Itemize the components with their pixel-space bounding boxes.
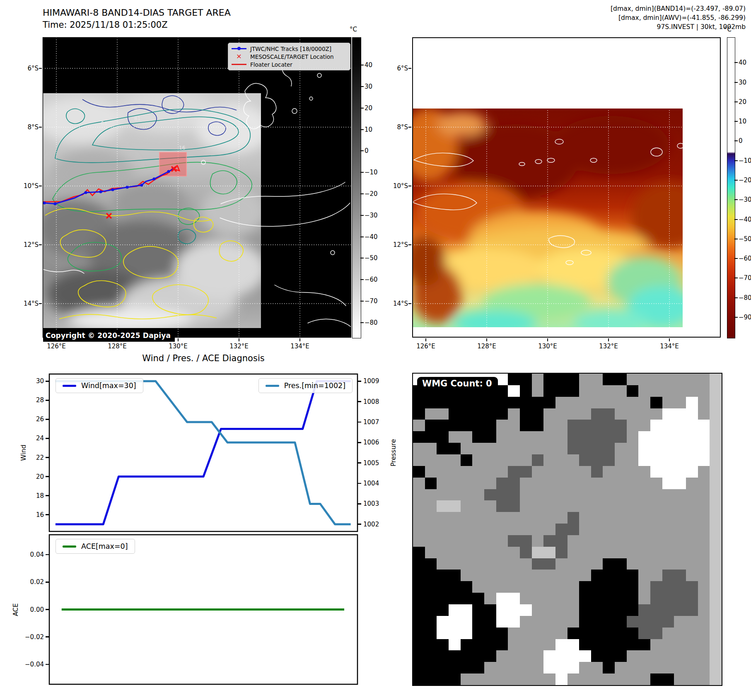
wmg-pixel	[686, 558, 698, 570]
wmg-pixel	[449, 662, 461, 673]
wmg-pixel	[567, 616, 580, 628]
wmg-pixel	[437, 466, 449, 478]
wmg-pixel	[532, 408, 544, 420]
wmg-pixel	[496, 628, 508, 639]
wmg-pixel	[496, 604, 508, 616]
awv-colorbar-tick-label: 20	[739, 98, 746, 106]
wmg-pixel	[520, 374, 532, 385]
wmg-pixel	[710, 581, 722, 593]
awv-lat-tick-label: 10°S	[393, 182, 408, 190]
wmg-pixel	[638, 628, 650, 639]
wmg-pixel	[520, 397, 532, 408]
wmg-pixel	[508, 604, 520, 616]
wmg-pixel	[437, 547, 449, 558]
wmg-pixel	[650, 397, 662, 408]
wmg-pixel	[532, 431, 544, 443]
wmg-pixel	[638, 558, 650, 570]
wmg-pixel	[555, 454, 567, 466]
wmg-pixel	[710, 593, 722, 604]
wmg-pixel	[472, 639, 484, 651]
awv-colorbar-tick-label: 10	[739, 118, 746, 125]
wmg-pixel	[698, 466, 710, 478]
wmg-pixel	[413, 558, 425, 570]
wmg-pixel	[437, 673, 449, 685]
wmg-pixel	[591, 408, 603, 420]
wmg-pixel	[543, 616, 555, 628]
wmg-pixel	[461, 500, 473, 512]
awv-colorbar-tick	[734, 219, 738, 220]
awv-lon-tick-label: 132°E	[599, 343, 618, 350]
wmg-pixel	[532, 397, 544, 408]
wmg-pixel	[650, 581, 662, 593]
wmg-pixel	[496, 489, 508, 501]
wmg-pixel	[449, 570, 461, 581]
wmg-pixel	[520, 431, 532, 443]
wmg-pixel	[650, 535, 662, 547]
wmg-pixel	[472, 616, 484, 628]
pressure-tick	[358, 483, 361, 484]
wmg-pixel	[698, 512, 710, 524]
wmg-pixel	[425, 454, 437, 466]
wmg-pixel	[615, 385, 627, 397]
wmg-pixel	[710, 420, 722, 431]
wmg-pixel	[472, 454, 484, 466]
wmg-pixel	[650, 454, 662, 466]
legend-swatch-icon	[63, 546, 76, 548]
wmg-pixel	[496, 397, 508, 408]
wmg-pixel	[650, 466, 662, 478]
awv-lat-tick-label: 6°S	[397, 65, 408, 72]
wmg-pixel	[686, 443, 698, 454]
band14-colorbar-tick	[360, 215, 364, 216]
wmg-pixel	[638, 478, 650, 489]
wmg-pixel	[674, 535, 686, 547]
wmg-pixel	[674, 604, 686, 616]
wmg-pixel	[520, 628, 532, 639]
wmg-pixel	[603, 639, 615, 651]
wmg-pixel	[543, 558, 555, 570]
awv-lat-tick-label: 8°S	[397, 123, 408, 131]
wmg-pixel	[449, 581, 461, 593]
wmg-pixel	[686, 466, 698, 478]
wmg-pixel	[662, 616, 674, 628]
wmg-pixel	[543, 650, 555, 662]
wmg-pixel	[496, 385, 508, 397]
wmg-pixel	[555, 570, 567, 581]
wmg-pixel	[461, 512, 473, 524]
band14-colorbar-tick-label: 20	[365, 104, 372, 112]
wmg-pixel	[650, 420, 662, 431]
wmg-pixel	[567, 466, 580, 478]
wmg-pixel	[567, 478, 580, 489]
wind-tick-label: 18	[36, 492, 44, 500]
band14-lat-tick	[39, 244, 42, 245]
wmg-pixel	[567, 593, 580, 604]
wmg-pixel	[627, 408, 639, 420]
wmg-pixel	[662, 570, 674, 581]
wmg-pixel	[710, 466, 722, 478]
band14-colorbar-tick	[360, 108, 364, 109]
wmg-pixel	[710, 639, 722, 651]
wmg-pixel	[449, 408, 461, 420]
band14-colorbar-tick	[360, 237, 364, 237]
wmg-pixel	[472, 628, 484, 639]
wmg-pixel	[674, 628, 686, 639]
band14-colorbar-tick	[360, 322, 364, 323]
wmg-pixel	[543, 547, 555, 558]
wmg-pixel	[449, 535, 461, 547]
wmg-pixel	[413, 628, 425, 639]
wmg-pixel	[472, 466, 484, 478]
wmg-pixel	[627, 385, 639, 397]
wmg-pixel	[520, 593, 532, 604]
wmg-pixel	[508, 408, 520, 420]
wmg-pixel	[686, 673, 698, 685]
wmg-pixel	[425, 558, 437, 570]
wmg-pixel	[591, 628, 603, 639]
wmg-pixel	[698, 593, 710, 604]
wmg-pixel	[425, 420, 437, 431]
wmg-pixel	[413, 547, 425, 558]
wmg-pixel	[461, 650, 473, 662]
wmg-pixel	[591, 443, 603, 454]
wmg-pixel	[437, 604, 449, 616]
wmg-pixel	[698, 385, 710, 397]
wmg-pixel	[603, 673, 615, 685]
chart-legend: Pres.[min=1002]	[258, 378, 353, 393]
